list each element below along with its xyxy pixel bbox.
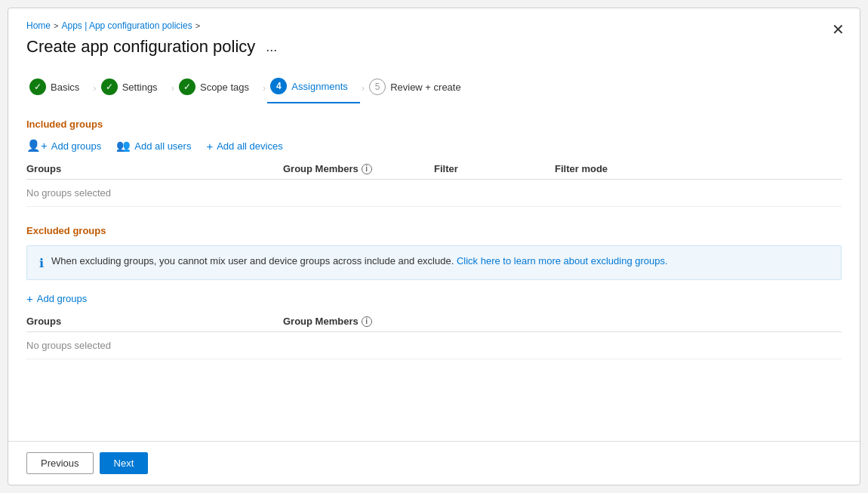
breadcrumb-sep2: > (195, 21, 200, 30)
add-groups-included-button[interactable]: 👤+ Add groups (26, 139, 101, 153)
col-group-members-excluded: Group Members i (283, 316, 434, 327)
add-groups-included-label: Add groups (51, 140, 102, 152)
included-empty-row: No groups selected (26, 180, 842, 207)
excluded-empty-row: No groups selected (26, 332, 842, 359)
col-group-members-included-label: Group Members (283, 163, 359, 174)
col-groups-excluded-label: Groups (26, 316, 61, 327)
add-groups-excluded-label: Add groups (37, 293, 88, 304)
step-assignments-label: Assignments (291, 81, 347, 92)
step-basics-icon: ✓ (29, 79, 46, 95)
info-banner: ℹ When excluding groups, you cannot mix … (26, 245, 842, 280)
wizard-steps: ✓ Basics › ✓ Settings › ✓ Scope tags › 4… (8, 57, 860, 103)
step-basics[interactable]: ✓ Basics (26, 72, 91, 103)
included-table-header: Groups Group Members i Filter Filter mod… (26, 163, 842, 180)
excluded-table-header: Groups Group Members i (26, 316, 842, 332)
excluded-groups-section: Excluded groups ℹ When excluding groups,… (26, 225, 842, 359)
included-groups-title: Included groups (26, 119, 842, 130)
add-all-users-button[interactable]: 👥 Add all users (116, 139, 191, 153)
sep3: › (263, 82, 266, 94)
sep1: › (93, 82, 96, 94)
info-banner-icon: ℹ (39, 256, 44, 270)
add-all-devices-label: Add all devices (217, 140, 282, 152)
sep2: › (171, 82, 174, 94)
step-settings[interactable]: ✓ Settings (98, 72, 170, 103)
step-assignments-icon: 4 (270, 78, 287, 94)
plus-icon-excluded: + (26, 292, 33, 305)
excluded-groups-title: Excluded groups (26, 225, 842, 236)
col-groups-excluded: Groups (26, 316, 283, 327)
col-group-members-excluded-label: Group Members (283, 316, 359, 327)
plus-icon-devices: + (206, 140, 213, 153)
step-settings-label: Settings (122, 82, 158, 93)
create-policy-modal: Home > Apps | App configuration policies… (8, 8, 860, 485)
previous-button[interactable]: Previous (26, 452, 94, 474)
step-scope-tags[interactable]: ✓ Scope tags (176, 72, 261, 103)
col-filter-mode: Filter mode (555, 163, 676, 174)
info-banner-link[interactable]: Click here to learn more about excluding… (457, 255, 668, 267)
col-groups-included-label: Groups (26, 163, 61, 174)
info-banner-main-text: When excluding groups, you cannot mix us… (51, 255, 454, 267)
step-review-label: Review + create (390, 82, 461, 93)
step-assignments[interactable]: 4 Assignments (267, 72, 359, 103)
step-scope-icon: ✓ (179, 79, 195, 95)
step-settings-icon: ✓ (101, 79, 118, 95)
group-members-excl-info-icon[interactable]: i (362, 316, 372, 327)
col-filter: Filter (434, 163, 555, 174)
breadcrumb-apps[interactable]: Apps | App configuration policies (61, 20, 192, 31)
next-button[interactable]: Next (100, 452, 149, 474)
col-filter-label: Filter (434, 163, 458, 174)
step-basics-label: Basics (51, 82, 79, 93)
add-groups-excluded-button[interactable]: + Add groups (26, 292, 87, 305)
more-button[interactable]: ... (261, 38, 282, 57)
page-title: Create app configuration policy (26, 37, 255, 57)
step-review-icon: 5 (369, 79, 386, 95)
modal-body: Included groups 👤+ Add groups 👥 Add all … (8, 103, 860, 441)
group-members-info-icon[interactable]: i (362, 164, 372, 174)
breadcrumb: Home > Apps | App configuration policies… (26, 20, 842, 31)
included-groups-section: Included groups 👤+ Add groups 👥 Add all … (26, 119, 842, 207)
title-row: Create app configuration policy ... (26, 37, 842, 57)
add-all-devices-button[interactable]: + Add all devices (206, 140, 282, 153)
excluded-no-groups-text: No groups selected (26, 340, 283, 351)
step-scope-label: Scope tags (200, 82, 249, 93)
included-no-groups-text: No groups selected (26, 187, 283, 199)
info-banner-text: When excluding groups, you cannot mix us… (51, 255, 668, 267)
person-plus-icon: 👤+ (26, 139, 48, 153)
col-group-members-included: Group Members i (283, 163, 434, 174)
excluded-actions-row: + Add groups (26, 292, 842, 305)
person-multiple-icon: 👥 (116, 139, 131, 153)
col-filter-mode-label: Filter mode (555, 163, 608, 174)
sep4: › (362, 82, 365, 94)
step-review-create[interactable]: 5 Review + create (366, 72, 473, 103)
col-groups-included: Groups (26, 163, 283, 174)
breadcrumb-home[interactable]: Home (26, 20, 51, 31)
modal-footer: Previous Next (8, 441, 860, 485)
included-actions-row: 👤+ Add groups 👥 Add all users + Add all … (26, 139, 842, 153)
close-button[interactable]: ✕ (832, 20, 845, 39)
modal-header: Home > Apps | App configuration policies… (8, 8, 860, 57)
add-all-users-label: Add all users (134, 140, 191, 152)
breadcrumb-sep1: > (54, 21, 58, 30)
